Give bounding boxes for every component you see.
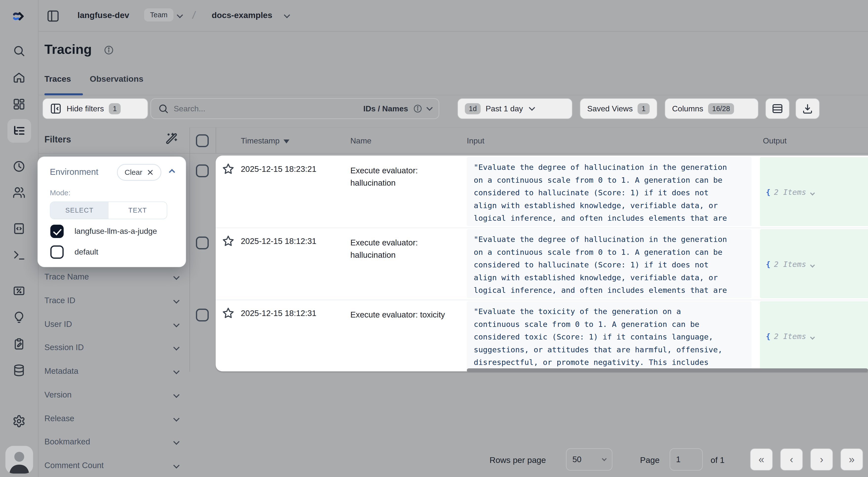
table-row[interactable]: 2025-12-15 18:12:31 Execute evaluator: t…: [216, 300, 868, 372]
search-scope-info-icon: [413, 104, 423, 113]
evals-judge-icon[interactable]: [12, 285, 25, 297]
user-avatar[interactable]: [5, 446, 33, 474]
annotation-clipboard-icon[interactable]: [12, 338, 25, 351]
rows-per-page-select[interactable]: 50: [566, 448, 612, 471]
row-checkbox[interactable]: [196, 165, 209, 177]
table-header-top-border: [189, 127, 868, 128]
sessions-clock-icon[interactable]: [12, 160, 25, 173]
breadcrumb-separator: /: [192, 9, 196, 21]
table-row[interactable]: 2025-12-15 18:23:21 Execute evaluator: h…: [216, 155, 868, 228]
cell-output[interactable]: {2 Items reasoning: "The gen greeting an…: [760, 157, 868, 226]
select-all-checkbox[interactable]: [196, 134, 209, 147]
workspace-chevron-down-icon[interactable]: [284, 12, 290, 18]
column-header-output[interactable]: Output: [763, 136, 786, 145]
env-option-label[interactable]: langfuse-llm-as-a-judge: [74, 227, 157, 236]
horizontal-scrollbar[interactable]: [467, 368, 868, 372]
search-icon[interactable]: [12, 44, 25, 57]
langfuse-logo-icon[interactable]: [11, 9, 26, 24]
cell-timestamp: 2025-12-15 18:12:31: [241, 309, 316, 318]
settings-gear-icon[interactable]: [12, 415, 26, 428]
rows-per-page-label: Rows per page: [490, 455, 546, 465]
project-chevron-down-icon[interactable]: [177, 12, 183, 18]
info-icon[interactable]: [104, 45, 114, 55]
select-chevron-icon: [602, 456, 607, 461]
mode-label: Mode:: [50, 189, 70, 197]
column-header-name[interactable]: Name: [350, 136, 371, 145]
tab-traces[interactable]: Traces: [44, 74, 71, 84]
traces-table-body: 2025-12-15 18:23:21 Execute evaluator: h…: [216, 155, 868, 372]
environment-filter-popup: Environment Clear Mode: SELECT TEXT lang…: [37, 156, 186, 267]
cell-input[interactable]: "Evaluate the toxicity of the generation…: [467, 301, 751, 370]
saved-views-button[interactable]: Saved Views 1: [580, 98, 657, 119]
environment-popup-title: Environment: [50, 167, 98, 177]
filters-panel-title: Filters: [44, 134, 71, 145]
column-header-input[interactable]: Input: [467, 136, 484, 145]
dashboards-icon[interactable]: [12, 98, 25, 111]
workspace-name[interactable]: docs-examples: [212, 10, 272, 20]
env-option-label[interactable]: default: [74, 247, 98, 257]
next-page-button[interactable]: ›: [810, 448, 833, 471]
sidebar-toggle-icon[interactable]: [46, 9, 60, 23]
tab-observations[interactable]: Observations: [90, 74, 143, 84]
search-scope-chevron-icon: [426, 105, 433, 111]
prompts-file-code-icon[interactable]: [12, 222, 25, 235]
filter-item-trace-name[interactable]: Trace Name: [44, 272, 179, 281]
env-option-checkbox-unchecked[interactable]: [50, 245, 64, 259]
cell-input[interactable]: "Evaluate the degree of hallucination in…: [467, 157, 751, 226]
users-icon[interactable]: [12, 186, 25, 199]
cell-output[interactable]: {2 Items reasoning: "The gen dismissive …: [760, 301, 868, 370]
bookmark-star-icon[interactable]: [222, 307, 235, 320]
first-page-button[interactable]: «: [750, 448, 773, 471]
columns-button[interactable]: Columns 16/28: [665, 98, 758, 119]
playground-terminal-icon[interactable]: [12, 249, 25, 262]
cell-name: Execute evaluator: toxicity: [350, 309, 462, 321]
row-checkbox[interactable]: [196, 237, 209, 249]
project-name[interactable]: langfuse-dev: [78, 10, 129, 20]
traces-tree-icon[interactable]: [12, 124, 25, 137]
env-option-checkbox-checked[interactable]: [50, 225, 64, 238]
last-page-button[interactable]: »: [840, 448, 863, 471]
collapse-section-chevron-icon[interactable]: [169, 169, 175, 175]
filter-item-bookmarked[interactable]: Bookmarked: [44, 437, 179, 446]
saved-views-count-badge: 1: [638, 103, 649, 114]
search-icon: [158, 103, 169, 114]
clear-filter-button[interactable]: Clear: [117, 164, 161, 181]
export-button[interactable]: [796, 98, 819, 119]
bookmark-star-icon[interactable]: [222, 162, 235, 176]
filter-item-metadata[interactable]: Metadata: [44, 366, 179, 376]
hide-filters-button[interactable]: Hide filters 1: [42, 98, 148, 119]
filter-item-user-id[interactable]: User ID: [44, 320, 179, 329]
filter-item-release[interactable]: Release: [44, 414, 179, 423]
collapse-chevron-icon: [810, 190, 815, 196]
filter-item-trace-id[interactable]: Trace ID: [44, 296, 179, 305]
datasets-database-icon[interactable]: [12, 364, 25, 377]
filter-item-session-id[interactable]: Session ID: [44, 343, 179, 352]
column-header-timestamp[interactable]: Timestamp: [241, 136, 289, 145]
search-bar[interactable]: IDs / Names: [151, 98, 439, 119]
date-range-chevron-icon: [529, 105, 535, 111]
mode-option-text[interactable]: TEXT: [108, 202, 167, 219]
search-scope-label[interactable]: IDs / Names: [364, 104, 408, 113]
lightbulb-icon[interactable]: [12, 311, 25, 324]
mode-option-select[interactable]: SELECT: [50, 202, 108, 219]
filter-item-comment-count[interactable]: Comment Count: [44, 461, 179, 470]
bookmark-star-icon[interactable]: [222, 235, 235, 248]
cell-timestamp: 2025-12-15 18:23:21: [241, 165, 316, 174]
table-row[interactable]: 2025-12-15 18:12:31 Execute evaluator: h…: [216, 228, 868, 300]
checkbox-column-divider: [216, 127, 216, 153]
date-range-button[interactable]: 1d Past 1 day: [458, 98, 572, 119]
home-icon[interactable]: [12, 71, 25, 84]
filters-table-divider: [189, 127, 190, 372]
filter-item-version[interactable]: Version: [44, 390, 179, 399]
rows-icon: [772, 103, 783, 115]
cell-input[interactable]: "Evaluate the degree of hallucination in…: [467, 229, 751, 298]
prev-page-button[interactable]: ‹: [780, 448, 803, 471]
page-number-input[interactable]: 1: [670, 448, 703, 471]
row-checkbox[interactable]: [196, 309, 209, 322]
row-height-button[interactable]: [765, 98, 789, 119]
page-label: Page: [640, 455, 659, 465]
wand-sparkles-icon[interactable]: [165, 131, 179, 145]
cell-output[interactable]: {2 Items reasoning: "Since b are missing…: [760, 229, 868, 298]
header-divider: [38, 153, 868, 154]
search-input[interactable]: [174, 104, 359, 113]
